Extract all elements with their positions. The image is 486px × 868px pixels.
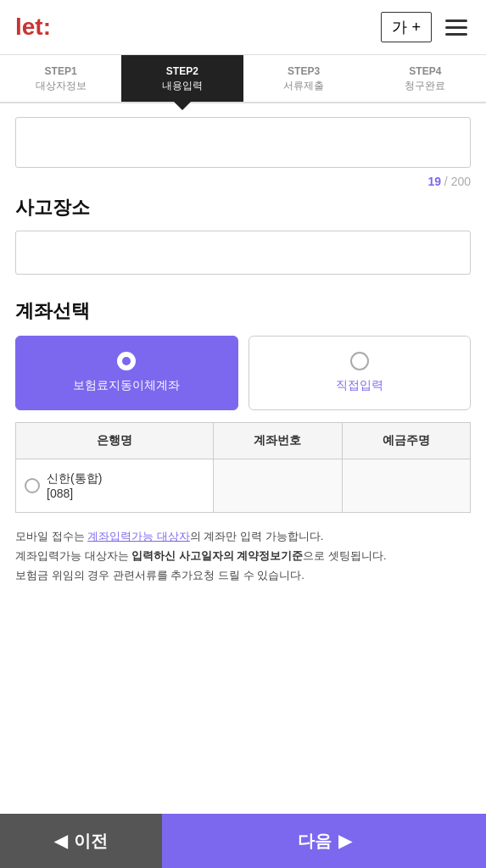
col-holder-name: 예금주명 — [342, 422, 470, 459]
main-content: 19 / 200 사고장소 계좌선택 보험료지동이체계좌 직접입력 — [0, 103, 486, 670]
holder-name-cell — [342, 459, 470, 512]
header-actions: 가 + — [381, 12, 471, 42]
row-radio-button[interactable] — [25, 478, 40, 493]
description-textarea-container — [15, 117, 471, 168]
description-textarea[interactable] — [16, 118, 470, 167]
prev-icon: ◀ — [54, 831, 67, 851]
step-3[interactable]: STEP3 서류제출 — [243, 55, 365, 102]
app-logo: let: — [15, 14, 51, 41]
accident-location-title: 사고장소 — [15, 195, 471, 220]
char-count-current: 19 — [427, 175, 441, 188]
notice-line-2: 계좌입력가능 대상자는 입력하신 사고일자의 계약정보기준으로 셋팅됩니다. — [15, 546, 471, 565]
accident-location-section: 사고장소 — [15, 195, 471, 275]
step-2-label: 내용입력 — [121, 79, 243, 93]
char-count: 19 / 200 — [15, 175, 471, 188]
step-4-num: STEP4 — [365, 65, 486, 77]
notice-suffix-1: 의 계좌만 입력 가능합니다. — [190, 530, 323, 542]
step-4-label: 청구완료 — [365, 79, 486, 93]
manual-radio-circle — [350, 352, 369, 370]
account-table-head: 은행명 계좌번호 예금주명 — [16, 422, 471, 459]
bottom-spacer — [15, 603, 471, 670]
step-1-num: STEP1 — [0, 65, 121, 77]
accident-location-input[interactable] — [15, 231, 471, 275]
logo-text: let — [15, 14, 43, 40]
account-number-cell — [214, 459, 342, 512]
char-count-total: 200 — [451, 175, 471, 188]
account-table-header-row: 은행명 계좌번호 예금주명 — [16, 422, 471, 459]
notice-line-1: 모바일 접수는 계좌입력가능 대상자의 계좌만 입력 가능합니다. — [15, 526, 471, 546]
manual-radio-label: 직접입력 — [336, 377, 383, 394]
char-count-slash: / — [441, 175, 451, 188]
bank-name-text: 신한(통합)[088] — [47, 471, 102, 500]
auto-radio-label: 보험료지동이체계좌 — [73, 377, 180, 394]
account-table: 은행명 계좌번호 예금주명 신한(통합)[088] — [15, 422, 471, 513]
notice-text: 모바일 접수는 계좌입력가능 대상자의 계좌만 입력 가능합니다. 계좌입력가능… — [15, 526, 471, 586]
col-account-number: 계좌번호 — [214, 422, 342, 459]
prev-button[interactable]: ◀ 이전 — [0, 814, 162, 868]
textarea-section: 19 / 200 — [15, 103, 471, 188]
account-manual-option[interactable]: 직접입력 — [249, 336, 472, 410]
notice-prefix-2: 계좌입력가능 대상자는 — [15, 549, 131, 562]
bank-name-cell: 신한(통합)[088] — [16, 459, 214, 512]
account-type-radio-group: 보험료지동이체계좌 직접입력 — [15, 336, 471, 410]
next-label: 다음 — [298, 830, 332, 853]
notice-line-3: 보험금 위임의 경우 관련서류를 추가요청 드릴 수 있습니다. — [15, 565, 471, 585]
menu-button[interactable] — [442, 16, 471, 39]
font-size-button[interactable]: 가 + — [381, 12, 432, 42]
notice-prefix-1: 모바일 접수는 — [15, 530, 87, 542]
bottom-nav: ◀ 이전 다음 ▶ — [0, 814, 486, 868]
account-auto-option[interactable]: 보험료지동이체계좌 — [15, 336, 238, 410]
hamburger-line-3 — [445, 33, 467, 36]
account-section-title: 계좌선택 — [15, 298, 471, 324]
account-section: 계좌선택 보험료지동이체계좌 직접입력 은행명 계좌번호 예금주명 — [15, 298, 471, 586]
app-header: let: 가 + — [0, 0, 486, 55]
next-button[interactable]: 다음 ▶ — [162, 814, 486, 868]
step-4[interactable]: STEP4 청구완료 — [365, 55, 486, 102]
table-row: 신한(통합)[088] — [16, 459, 471, 512]
step-1-label: 대상자정보 — [0, 79, 121, 93]
account-table-body: 신한(통합)[088] — [16, 459, 471, 512]
steps-nav: STEP1 대상자정보 STEP2 내용입력 STEP3 서류제출 STEP4 … — [0, 55, 486, 103]
step-3-label: 서류제출 — [243, 79, 365, 93]
step-2-num: STEP2 — [121, 65, 243, 77]
step-1[interactable]: STEP1 대상자정보 — [0, 55, 121, 102]
logo-colon: : — [43, 14, 51, 40]
prev-label: 이전 — [74, 830, 108, 853]
step-2[interactable]: STEP2 내용입력 — [121, 55, 243, 102]
notice-bold-2: 입력하신 사고일자의 계약정보기준 — [131, 549, 303, 562]
hamburger-line-1 — [445, 19, 467, 22]
next-icon: ▶ — [338, 831, 351, 851]
auto-radio-circle — [117, 352, 136, 370]
notice-link-1: 계좌입력가능 대상자 — [87, 530, 190, 542]
hamburger-line-2 — [445, 26, 467, 29]
col-bank-name: 은행명 — [16, 422, 214, 459]
step-3-num: STEP3 — [243, 65, 365, 77]
notice-suffix-2: 으로 셋팅됩니다. — [303, 549, 386, 562]
